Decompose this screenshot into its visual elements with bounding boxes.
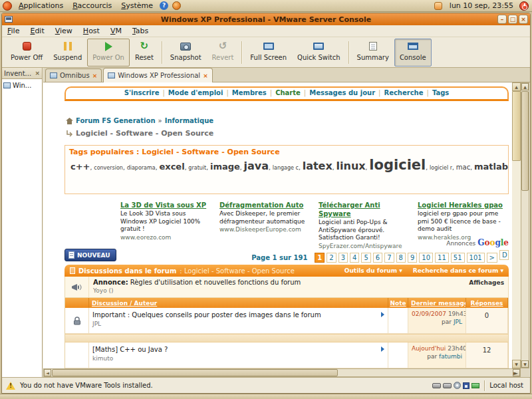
quick-switch-button[interactable]: Quick Switch bbox=[292, 39, 346, 66]
maximize-button[interactable]: □ bbox=[508, 15, 517, 24]
guest-browser-scrollbar[interactable]: ▲ ▼ bbox=[512, 82, 521, 368]
tag-link[interactable]: latex bbox=[303, 160, 336, 172]
reset-button[interactable]: ↻ Reset bbox=[130, 39, 159, 66]
minimize-button[interactable]: – bbox=[497, 15, 507, 24]
scrollbar-thumb[interactable] bbox=[52, 369, 338, 376]
console-vertical-scrollbar[interactable]: ▲ ▼ bbox=[521, 82, 529, 368]
tag-link[interactable]: excel bbox=[159, 162, 188, 172]
nav-link-members[interactable]: Membres bbox=[232, 89, 275, 96]
tag-link[interactable]: logiciel r bbox=[430, 165, 456, 171]
scroll-down-icon[interactable]: ▼ bbox=[512, 360, 521, 368]
new-thread-button[interactable]: NOUVEAU bbox=[65, 249, 116, 261]
floppy-icon[interactable] bbox=[463, 382, 469, 389]
last-page-link[interactable]: D bbox=[499, 250, 509, 260]
suspend-button[interactable]: Suspend bbox=[48, 39, 87, 66]
thread-author-link[interactable]: JPL bbox=[92, 321, 384, 327]
header-replies[interactable]: Réponses bbox=[466, 298, 508, 308]
nav-link-todays-posts[interactable]: Messages du jour bbox=[309, 89, 384, 96]
scroll-up-icon[interactable]: ▲ bbox=[521, 83, 529, 90]
ad-url-link[interactable]: www.DiskeeperEurope.com bbox=[219, 226, 312, 234]
help-icon[interactable]: ? bbox=[160, 1, 168, 10]
nav-link-search[interactable]: Recherche bbox=[384, 89, 432, 96]
nav-link-charter[interactable]: Charte bbox=[275, 89, 309, 96]
menu-host[interactable]: Host bbox=[78, 26, 105, 36]
header-last-message[interactable]: Dernier message▼ bbox=[408, 298, 466, 308]
tab-close-icon[interactable]: × bbox=[92, 72, 98, 79]
network-icon[interactable] bbox=[471, 383, 479, 388]
tag-link[interactable]: logiciel bbox=[369, 157, 430, 173]
power-off-button[interactable]: Power Off bbox=[5, 39, 48, 66]
page-number-link[interactable]: 3 bbox=[338, 253, 348, 263]
shutdown-icon[interactable] bbox=[519, 1, 529, 11]
breadcrumb-section-link[interactable]: Informatique bbox=[165, 117, 213, 124]
scrollbar-thumb[interactable] bbox=[512, 91, 521, 161]
header-note[interactable]: Note bbox=[388, 298, 408, 308]
notification-icon[interactable] bbox=[434, 2, 442, 10]
tag-link[interactable]: conversion bbox=[94, 165, 126, 171]
scroll-down-icon[interactable]: ▼ bbox=[521, 360, 529, 368]
page-number-link[interactable]: 101 bbox=[467, 253, 485, 263]
ad-title-link[interactable]: Logiciel Herakles gpao bbox=[418, 201, 510, 209]
close-button[interactable]: × bbox=[519, 15, 528, 24]
cdrom-icon[interactable] bbox=[454, 382, 461, 389]
page-number-current[interactable]: 1 bbox=[315, 253, 325, 263]
page-number-link[interactable]: 51 bbox=[451, 253, 465, 263]
revert-button[interactable]: ↺ Revert bbox=[207, 39, 239, 66]
inventory-close-icon[interactable]: × bbox=[35, 70, 40, 76]
forum-search-menu[interactable]: Recherche dans ce forum▼ bbox=[413, 267, 503, 274]
tag-link[interactable]: c++ bbox=[70, 162, 94, 172]
console-button[interactable]: Console bbox=[394, 39, 432, 66]
full-screen-button[interactable]: Full Screen bbox=[245, 39, 292, 66]
menu-file[interactable]: File bbox=[2, 26, 25, 36]
tab-omnibus[interactable]: Omnibus × bbox=[45, 68, 102, 82]
power-on-button[interactable]: Power On bbox=[87, 39, 130, 66]
page-number-link[interactable]: 7 bbox=[384, 253, 394, 263]
menu-tabs[interactable]: Tabs bbox=[127, 26, 154, 36]
scroll-up-icon[interactable]: ▲ bbox=[512, 82, 521, 91]
page-number-link[interactable]: 8 bbox=[396, 253, 406, 263]
tag-link[interactable]: matlab bbox=[474, 162, 509, 172]
snapshot-button[interactable]: Snapshot bbox=[165, 39, 207, 66]
menu-places[interactable]: Raccourcis bbox=[68, 1, 116, 11]
thread-author-link[interactable]: kimuto bbox=[92, 355, 384, 362]
page-number-link[interactable]: 9 bbox=[408, 253, 417, 263]
page-number-link[interactable]: 5 bbox=[361, 253, 370, 263]
breadcrumb-home-link[interactable]: Forum FS Generation bbox=[76, 117, 156, 124]
last-poster-link[interactable]: JPL bbox=[454, 319, 462, 325]
ad-title-link[interactable]: Télécharger Anti Spyware bbox=[319, 201, 411, 218]
nav-link-help[interactable]: Mode d'emploi bbox=[168, 89, 232, 96]
last-poster-link[interactable]: fatumbi bbox=[439, 353, 462, 360]
summary-button[interactable]: Summary bbox=[352, 39, 394, 66]
ad-title-link[interactable]: La 3D de Vista sous XP bbox=[120, 201, 213, 209]
tab-close-icon[interactable]: × bbox=[203, 72, 208, 79]
scroll-left-icon[interactable]: ◄ bbox=[44, 369, 51, 376]
scrollbar-thumb[interactable] bbox=[521, 91, 529, 191]
tab-windows-xp-professional[interactable]: Windows XP Professional × bbox=[103, 68, 213, 82]
clock[interactable]: lun 10 sep, 23:55 bbox=[446, 1, 517, 10]
forum-tools-menu[interactable]: Outils du forum▼ bbox=[344, 267, 402, 274]
page-number-link[interactable]: 4 bbox=[350, 253, 359, 263]
tag-link[interactable]: gratuit bbox=[188, 165, 210, 171]
window-menu-icon[interactable] bbox=[5, 16, 13, 23]
nav-link-tags[interactable]: Tags bbox=[432, 89, 449, 96]
page-number-link[interactable]: 2 bbox=[327, 253, 336, 263]
tag-link[interactable]: diaporama bbox=[127, 165, 160, 171]
page-number-link[interactable]: 6 bbox=[373, 253, 382, 263]
thread-title-link[interactable]: [Maths] C++ ou Java ? bbox=[92, 346, 168, 353]
console-horizontal-scrollbar[interactable]: ◄ ► bbox=[43, 368, 521, 377]
browser-launcher-icon[interactable] bbox=[172, 1, 181, 10]
menu-applications[interactable]: Applications bbox=[14, 1, 68, 11]
harddisk-icon[interactable] bbox=[443, 383, 452, 388]
tag-link[interactable]: langage c bbox=[273, 165, 303, 171]
tag-link[interactable]: mac bbox=[456, 164, 474, 171]
menu-view[interactable]: View bbox=[50, 26, 78, 36]
harddisk-icon[interactable] bbox=[432, 383, 441, 388]
page-number-link[interactable]: 11 bbox=[435, 253, 449, 263]
header-discussion[interactable]: Discussion / Auteur bbox=[89, 298, 388, 308]
tag-link[interactable]: linux bbox=[336, 160, 370, 172]
goto-last-post-icon[interactable] bbox=[381, 346, 384, 352]
vm-console-viewport[interactable]: S'inscrireMode d'emploiMembresCharteMess… bbox=[43, 82, 521, 368]
google-logo[interactable]: Google bbox=[477, 238, 509, 247]
page-number-link[interactable]: 10 bbox=[419, 253, 433, 263]
announcement-title-link[interactable]: Règles d'utilisation et nouvelles foncti… bbox=[130, 279, 301, 286]
